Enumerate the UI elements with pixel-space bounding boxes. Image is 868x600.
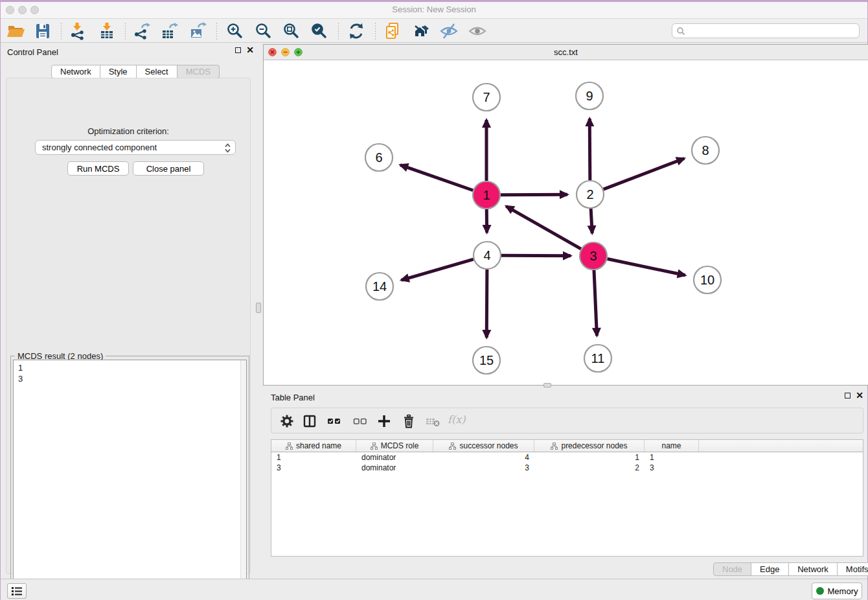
tab-node-table[interactable]: Node Table [713,562,751,576]
network-window: scc.txt 1234678910111415 [263,44,868,386]
refresh-icon[interactable] [347,22,365,40]
zoom-selected-icon[interactable] [310,22,328,40]
control-panel-tabs: NetworkStyleSelectMCDS [51,65,220,78]
column-header-successor-nodes[interactable]: successor nodes [433,440,534,452]
attribute-type-icon [551,443,558,450]
search-icon [676,26,686,36]
edge-1-2[interactable] [501,194,567,195]
mcds-result-lines: 1 3 [14,360,246,386]
memory-button[interactable]: Memory [812,583,862,599]
edge-4-15[interactable] [486,270,487,338]
attribute-type-icon [449,443,456,450]
node-label-8: 8 [702,143,709,157]
edge-2-8[interactable] [604,158,685,189]
edge-1-6[interactable] [400,165,473,190]
edge-3-11[interactable] [594,270,597,336]
network-canvas[interactable]: 1234678910111415 [264,60,868,385]
table-header-row: shared nameMCDS rolesuccessor nodesprede… [271,440,863,452]
delete-column-trash-icon[interactable] [402,414,416,428]
tab-motifs[interactable]: Motifs [838,562,868,576]
tab-select[interactable]: Select [137,65,177,78]
column-header-predecessor-nodes[interactable]: predecessor nodes [534,440,645,452]
node-table[interactable]: shared nameMCDS rolesuccessor nodesprede… [271,439,863,557]
node-label-4: 4 [483,248,490,262]
result-scrollbar[interactable] [240,360,246,599]
tab-network-table[interactable]: Network Table [789,562,838,576]
node-label-11: 11 [591,351,605,365]
tab-mcds[interactable]: MCDS [177,65,220,78]
table-cell: 1 [534,452,645,463]
zoom-out-icon[interactable] [255,22,273,40]
export-network-icon[interactable] [133,22,151,40]
window-title: Session: New Session [1,5,867,14]
zoom-fit-icon[interactable] [282,22,301,40]
criterion-dropdown[interactable]: strongly connected component [35,140,236,155]
hide-selected-icon[interactable] [440,22,458,40]
delete-table-icon [426,414,440,428]
export-image-icon[interactable] [189,22,207,40]
save-session-icon[interactable] [34,22,52,40]
show-all-icon [468,22,486,40]
mcds-panel: Optimization criterion: strongly connect… [6,78,251,574]
network-window-title: scc.txt [264,47,868,57]
criterion-dropdown-value: strongly connected component [42,143,157,152]
node-label-2: 2 [586,187,593,202]
add-column-icon[interactable] [377,414,391,428]
tab-style[interactable]: Style [100,65,137,78]
import-network-icon[interactable] [68,22,86,40]
run-mcds-button[interactable]: Run MCDS [67,161,129,176]
optimization-criterion-label: Optimization criterion: [6,126,250,136]
edge-2-9[interactable] [589,119,590,180]
node-label-6: 6 [375,150,382,165]
table-cell: dominator [356,463,433,473]
table-panel: Table Panel ✕ f(x) shared nameMCDS roles… [263,388,868,579]
node-label-9: 9 [586,89,593,103]
chevron-up-down-icon [224,143,231,154]
edge-4-3[interactable] [501,255,571,256]
table-cell: 2 [534,463,645,473]
control-panel-close-icon[interactable]: ✕ [246,47,254,53]
table-row[interactable]: 1dominator411 [271,452,863,463]
select-all-icon[interactable] [327,414,341,428]
main-toolbar [1,19,867,43]
node-label-10: 10 [700,273,714,287]
tab-network[interactable]: Network [51,65,100,78]
edge-4-14[interactable] [402,259,474,280]
import-table-icon[interactable] [98,22,116,40]
table-cell: 3 [433,463,534,473]
mcds-result-groupbox: MCDS result (2 nodes) 1 3 [10,356,249,600]
column-header-MCDS-role[interactable]: MCDS role [356,440,433,452]
edge-3-10[interactable] [608,259,685,275]
close-panel-button[interactable]: Close panel [133,161,204,176]
network-graph[interactable]: 1234678910111415 [264,60,868,385]
new-network-from-selection-icon[interactable] [383,22,402,40]
search-box[interactable] [672,23,860,38]
horizontal-splitter-handle[interactable] [543,383,551,387]
column-header-name[interactable]: name [645,440,699,452]
node-label-14: 14 [372,279,387,294]
control-panel-float-icon[interactable] [235,47,241,53]
status-bar: Memory [1,579,867,600]
show-columns-icon[interactable] [303,414,317,428]
table-row[interactable]: 3dominator323 [271,463,863,473]
app-window: Session: New Session Control Panel [0,0,868,600]
column-header-shared-name[interactable]: shared name [271,440,356,452]
zoom-in-icon[interactable] [226,22,244,40]
mcds-result-textarea[interactable]: 1 3 [13,360,247,599]
first-neighbors-icon[interactable] [412,22,430,40]
table-cell: 1 [271,452,356,463]
task-history-button[interactable] [7,583,27,599]
tab-edge-table[interactable]: Edge Table [751,562,789,576]
table-options-gear-icon[interactable] [280,414,294,428]
vertical-splitter-handle[interactable] [256,303,261,313]
apply-function-icon: f(x) [448,413,465,426]
node-label-15: 15 [479,353,494,367]
open-session-icon[interactable] [6,22,25,40]
export-table-icon[interactable] [161,22,179,40]
deselect-all-icon[interactable] [353,414,367,428]
edge-2-3[interactable] [591,209,592,233]
edge-3-1[interactable] [506,206,580,249]
table-panel-float-icon[interactable] [845,393,851,398]
search-input[interactable] [686,27,859,36]
table-panel-close-icon[interactable]: ✕ [856,393,863,398]
